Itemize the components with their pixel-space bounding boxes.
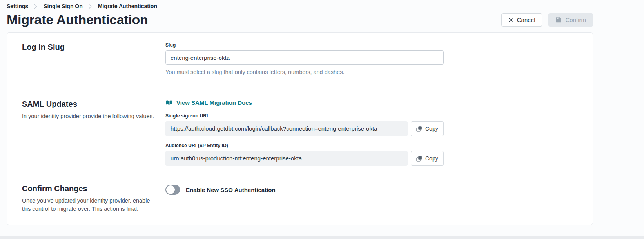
copy-button-label: Copy (425, 126, 438, 132)
page-header: Migrate Authentication Cancel Confirm (7, 13, 593, 27)
breadcrumb-settings[interactable]: Settings (7, 3, 28, 9)
copy-audience-uri-button[interactable]: Copy (411, 151, 444, 166)
slug-field-label: Slug (165, 42, 578, 48)
toggle-knob (166, 185, 175, 194)
close-icon (508, 18, 513, 22)
slug-helper-text: You must select a slug that only contain… (165, 69, 578, 75)
enable-sso-toggle-label: Enable New SSO Authentication (186, 187, 276, 193)
breadcrumb-single-sign-on[interactable]: Single Sign On (44, 3, 83, 9)
slug-input[interactable] (165, 50, 444, 65)
section-saml-updates: SAML Updates In your identity provider p… (22, 99, 578, 166)
section-confirm-changes-info: Confirm Changes Once you’ve updated your… (22, 184, 165, 213)
chevron-right-icon (89, 4, 92, 9)
book-icon (165, 100, 173, 106)
audience-uri-label: Audience URI (SP Entity ID) (165, 143, 578, 148)
page-title: Migrate Authentication (7, 13, 148, 27)
enable-sso-toggle[interactable] (165, 185, 180, 195)
enable-sso-toggle-row: Enable New SSO Authentication (165, 185, 578, 195)
header-actions: Cancel Confirm (501, 13, 593, 27)
cancel-button[interactable]: Cancel (501, 13, 542, 27)
sso-url-row: https://auth.cloud.getdbt.com/login/call… (165, 121, 578, 136)
section-login-slug: Log in Slug Slug You must select a slug … (22, 42, 578, 75)
chevron-right-icon (34, 4, 38, 9)
section-desc-saml-updates: In your identity provider provide the fo… (22, 112, 155, 120)
section-confirm-changes-form: Enable New SSO Authentication (165, 184, 578, 195)
section-heading-confirm-changes: Confirm Changes (22, 184, 165, 194)
section-saml-updates-form: View SAML Migration Docs Single sign-on … (165, 99, 578, 166)
section-login-slug-info: Log in Slug (22, 42, 165, 52)
breadcrumb-migrate-authentication: Migrate Authentication (98, 3, 157, 9)
section-saml-updates-info: SAML Updates In your identity provider p… (22, 99, 165, 120)
audience-uri-value: urn:auth0:us-production-mt:enteng-enterp… (165, 151, 408, 166)
audience-uri-row: urn:auth0:us-production-mt:enteng-enterp… (165, 151, 578, 166)
section-confirm-changes: Confirm Changes Once you’ve updated your… (22, 184, 578, 213)
confirm-button-label: Confirm (565, 16, 586, 23)
copy-button-label: Copy (425, 155, 438, 162)
page: Settings Single Sign On Migrate Authenti… (0, 0, 644, 225)
sso-url-label: Single sign-on URL (165, 113, 578, 119)
view-saml-migration-docs-label: View SAML Migration Docs (176, 99, 252, 106)
copy-sso-url-button[interactable]: Copy (411, 121, 444, 136)
save-icon (555, 17, 561, 23)
confirm-button[interactable]: Confirm (548, 13, 593, 27)
cancel-button-label: Cancel (517, 16, 535, 23)
sso-url-value: https://auth.cloud.getdbt.com/login/call… (165, 121, 408, 136)
section-login-slug-form: Slug You must select a slug that only co… (165, 42, 578, 75)
migrate-authentication-card: Log in Slug Slug You must select a slug … (7, 32, 593, 225)
section-desc-confirm-changes: Once you’ve updated your identity provid… (22, 197, 155, 213)
copy-icon (416, 126, 422, 132)
page-bottom-edge (0, 236, 644, 239)
section-heading-login-slug: Log in Slug (22, 42, 165, 52)
view-saml-migration-docs-link[interactable]: View SAML Migration Docs (165, 99, 252, 106)
section-heading-saml-updates: SAML Updates (22, 99, 165, 109)
copy-icon (416, 156, 422, 162)
breadcrumb: Settings Single Sign On Migrate Authenti… (7, 2, 593, 9)
